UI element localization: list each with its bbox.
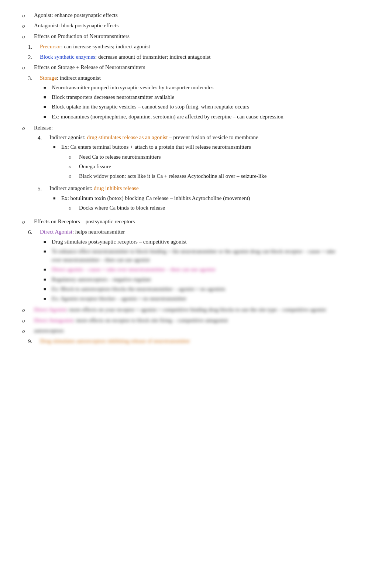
list-item: ■ Ex: Ca enters terminal buttons + attac… — [53, 143, 267, 182]
list-item: o Release: 4. Indirect agonist: drug sti… — [22, 124, 340, 216]
list-item: 9. Drug stimulates autoreceptors inhibit… — [22, 337, 340, 346]
bullet-o-icon: o — [22, 327, 34, 335]
square-bullet: ■ — [44, 103, 52, 110]
item-content: Indirect agonist: drug stimulates releas… — [49, 133, 267, 183]
sub-list: ■ Neurotransmitter pumped into synaptic … — [44, 83, 283, 121]
square-bullet: ■ — [44, 247, 52, 255]
list-item: ■ Drug stimulates postsynaptic receptors… — [44, 238, 340, 246]
colored-text: drug inhibits release — [94, 185, 139, 191]
colored-text: Direct Agonist — [40, 229, 72, 235]
list-item: 4. Indirect agonist: drug stimulates rel… — [38, 133, 267, 183]
list-item: o Direct Agonist: more effects on your r… — [22, 306, 340, 314]
item-text: Direct Agonist: helps neurotransmitter — [40, 229, 125, 235]
bullet-o-icon: o — [22, 217, 34, 226]
item-text: Indirect agonist: drug stimulates releas… — [49, 134, 258, 140]
item-text: Storage: indirect antagonist — [40, 75, 101, 81]
bullet-o-icon: o — [22, 32, 34, 41]
item-text: Block uptake inn the synaptic vesicles –… — [52, 103, 249, 111]
colored-text: Block synthetic enzymes — [40, 54, 95, 60]
list-item: ■ To enhance effect neurotransmitter to … — [44, 247, 340, 265]
square-bullet: ■ — [53, 143, 61, 150]
circle-bullet: o — [69, 172, 79, 180]
list-item: o Docks where Ca binds to block release — [69, 204, 250, 212]
list-item: 6. Direct Agonist: helps neurotransmitte… — [22, 228, 340, 304]
list-item: ■ Regulatory autoreceptors – negative re… — [44, 275, 340, 284]
circle-bullet: o — [69, 162, 79, 171]
item-text: Release: — [34, 125, 53, 131]
item-text: Drug stimulates postsynaptic receptors –… — [52, 238, 187, 246]
item-text-blurred: : more effects on receptor to block site… — [73, 317, 228, 323]
item-text: Omega fissure — [79, 162, 111, 171]
square-bullet: ■ — [44, 285, 52, 292]
list-item: ■ Neurotransmitter pumped into synaptic … — [44, 83, 283, 92]
item-text: Black widow poison: acts like it is Ca +… — [79, 172, 267, 180]
number-label: 3. — [28, 74, 40, 83]
item-text-blurred: Ex: Block to autoreceptors blocks the ne… — [52, 285, 225, 293]
item-text: Ex: Ca enters terminal buttons + attach … — [61, 144, 251, 150]
item-text: Direct Agonist: more effects on your rec… — [34, 306, 326, 314]
item-text: Need Ca to release neurotransmitters — [79, 153, 161, 161]
item-text: Ex: monoamines (norepinephrine, dopamine… — [52, 113, 283, 121]
colored-text: Storage — [40, 75, 57, 81]
item-text: Agonist: enhance postsynaptic effects — [34, 11, 118, 20]
list-item: o Effects on Receptors – postsynaptic re… — [22, 217, 340, 226]
number-label: 4. — [38, 133, 49, 142]
bullet-o-icon: o — [22, 21, 34, 30]
list-item: 3. Storage: indirect antagonist ■ Neurot… — [22, 74, 340, 122]
square-bullet: ■ — [53, 194, 61, 201]
sub-list: ■ Ex: botulinum toxin (botox) blocking C… — [53, 194, 250, 214]
list-item: o Direct Antagonist: more effects on rec… — [22, 316, 340, 325]
list-item: 1. Precursor: can increase synthesis; in… — [22, 42, 340, 51]
square-bullet: ■ — [44, 238, 52, 245]
number-label: 9. — [28, 337, 40, 346]
item-content: Storage: indirect antagonist ■ Neurotran… — [40, 74, 283, 122]
item-text: Neurotransmitter pumped into synaptic ve… — [52, 83, 214, 92]
number-label: 6. — [28, 228, 40, 237]
list-item: o Black widow poison: acts like it is Ca… — [69, 172, 267, 180]
list-item: ■ Ex: Agonist receptor blocker – agonist… — [44, 294, 340, 303]
list-item: o autoreceptors — [22, 327, 340, 335]
item-text: Effects on Production of Neurotransmitte… — [34, 32, 130, 41]
item-text: Docks where Ca binds to block release — [79, 204, 165, 212]
item-text-blurred: : more effects on your receptor + agonis… — [66, 307, 326, 313]
colored-text-blurred: Direct Agonist — [34, 307, 66, 313]
item-text-blurred: Regulatory autoreceptors – negative regu… — [52, 275, 151, 284]
item-text: Precursor: can increase synthesis; indir… — [40, 42, 150, 51]
sub-sub-list: o Docks where Ca binds to block release — [69, 204, 250, 212]
square-bullet: ■ — [44, 275, 52, 283]
circle-bullet: o — [69, 153, 79, 161]
list-item: ■ Block uptake inn the synaptic vesicles… — [44, 103, 283, 111]
number-label: 5. — [38, 184, 49, 193]
item-content: Indirect antagonist: drug inhibits relea… — [49, 184, 250, 214]
square-bullet: ■ — [44, 113, 52, 120]
square-bullet: ■ — [44, 93, 52, 100]
list-item: o Omega fissure — [69, 162, 267, 171]
list-item: ■ Ex: Block to autoreceptors blocks the … — [44, 285, 340, 293]
list-item: ■ Direct agonist – cause + take over neu… — [44, 265, 340, 274]
item-text-blurred: Ex: Agonist receptor blocker – agonist +… — [52, 294, 186, 303]
item-text: Effects on Storage + Release of Neurotra… — [34, 63, 145, 72]
number-label: 1. — [28, 42, 40, 51]
item-text: Direct Antagonist: more effects on recep… — [34, 316, 228, 325]
sub-list: ■ Ex: Ca enters terminal buttons + attac… — [53, 143, 267, 182]
item-content: Ex: Ca enters terminal buttons + attach … — [61, 143, 267, 182]
item-content: Direct Agonist: helps neurotransmitter ■… — [40, 228, 340, 304]
list-item: o Agonist: enhance postsynaptic effects — [22, 11, 340, 20]
item-text: Block transporters decreases neurotransm… — [52, 93, 174, 101]
item-text-blurred: To enhance effect neurotransmitter to bl… — [52, 247, 340, 265]
list-item: ■ Ex: botulinum toxin (botox) blocking C… — [53, 194, 250, 214]
sub-numbered-list: 4. Indirect agonist: drug stimulates rel… — [38, 133, 267, 214]
list-item: o Effects on Production of Neurotransmit… — [22, 32, 340, 41]
bullet-o-icon: o — [22, 316, 34, 325]
item-content: Ex: botulinum toxin (botox) blocking Ca … — [61, 194, 250, 214]
item-text: Block synthetic enzymes: decrease amount… — [40, 53, 210, 61]
sub-list: ■ Drug stimulates postsynaptic receptors… — [44, 238, 340, 303]
item-text: Indirect antagonist: drug inhibits relea… — [49, 185, 139, 191]
item-text: Ex: botulinum toxin (botox) blocking Ca … — [61, 195, 250, 201]
colored-text-blurred: Direct Antagonist — [34, 317, 73, 323]
bullet-o-icon: o — [22, 306, 34, 314]
list-item: ■ Ex: monoamines (norepinephrine, dopami… — [44, 113, 283, 121]
item-content: Release: 4. Indirect agonist: drug stimu… — [34, 124, 267, 216]
item-text-blurred: Direct agonist – cause + take over neuro… — [52, 265, 215, 274]
item-text-blurred: autoreceptors — [34, 327, 64, 335]
